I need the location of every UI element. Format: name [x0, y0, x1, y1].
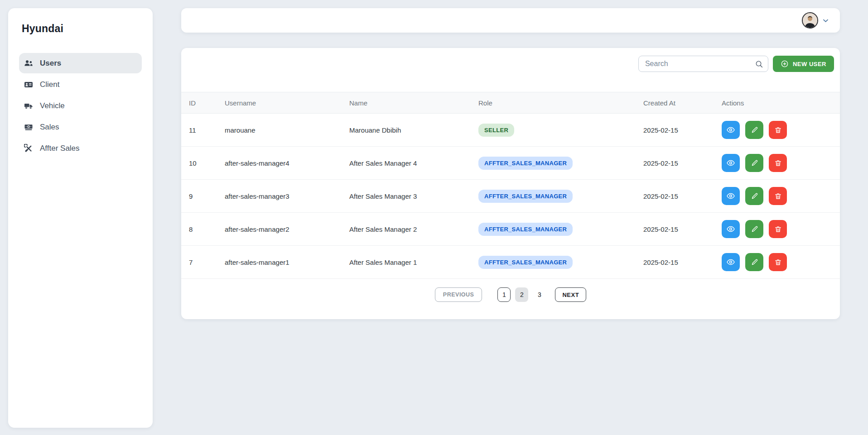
pencil-icon: [750, 159, 759, 167]
cell-role: SELLER: [478, 114, 643, 147]
role-badge: SELLER: [478, 124, 514, 137]
edit-button[interactable]: [745, 220, 763, 238]
chevron-down-icon: [822, 17, 829, 24]
cell-role: AFFTER_SALES_MANAGER: [478, 213, 643, 246]
table-body: 11 marouane Marouane Dbibih SELLER 2025-…: [181, 114, 840, 279]
table-row: 8 after-sales-manager2 After Sales Manag…: [181, 213, 840, 246]
cell-id: 8: [181, 213, 225, 246]
cell-actions: [722, 114, 840, 147]
column-header-actions: Actions: [722, 92, 840, 114]
delete-button[interactable]: [769, 187, 787, 205]
table-toolbar: NEW USER: [181, 48, 840, 72]
cell-name: After Sales Manager 1: [349, 246, 478, 279]
cell-username: after-sales-manager2: [225, 213, 349, 246]
new-user-button[interactable]: NEW USER: [773, 56, 834, 72]
view-button[interactable]: [722, 187, 740, 205]
cash-icon: [24, 123, 33, 132]
column-header-username: Username: [225, 92, 349, 114]
table-row: 11 marouane Marouane Dbibih SELLER 2025-…: [181, 114, 840, 147]
delete-button[interactable]: [769, 121, 787, 139]
cell-name: After Sales Manager 4: [349, 147, 478, 180]
cell-username: marouane: [225, 114, 349, 147]
column-header-role: Role: [478, 92, 643, 114]
column-header-created-at: Created At: [643, 92, 722, 114]
tools-icon: [24, 144, 33, 153]
sidebar-item-sales[interactable]: Sales: [19, 117, 142, 137]
cell-id: 11: [181, 114, 225, 147]
cell-name: After Sales Manager 2: [349, 213, 478, 246]
view-button[interactable]: [722, 121, 740, 139]
search-box: [638, 56, 768, 72]
sidebar-item-client[interactable]: Client: [19, 74, 142, 95]
delete-button[interactable]: [769, 220, 787, 238]
brand-title: Hyundai: [19, 23, 142, 35]
role-badge: AFFTER_SALES_MANAGER: [478, 190, 573, 203]
sidebar: Hyundai Users Client: [8, 8, 153, 428]
sidebar-item-label: Sales: [40, 123, 59, 132]
sidebar-item-label: Vehicle: [40, 101, 65, 110]
cell-id: 10: [181, 147, 225, 180]
delete-button[interactable]: [769, 154, 787, 172]
cell-role: AFFTER_SALES_MANAGER: [478, 180, 643, 213]
sidebar-item-vehicle[interactable]: Vehicle: [19, 96, 142, 116]
cell-actions: [722, 213, 840, 246]
sidebar-item-label: Affter Sales: [40, 144, 80, 153]
search-input[interactable]: [638, 56, 768, 72]
trash-icon: [774, 225, 782, 234]
role-badge: AFFTER_SALES_MANAGER: [478, 223, 573, 236]
pagination-next-button[interactable]: NEXT: [555, 287, 586, 302]
users-panel: NEW USER ID Username Name Role Created A…: [181, 48, 840, 319]
cell-created-at: 2025-02-15: [643, 180, 722, 213]
trash-icon: [774, 258, 782, 267]
cell-id: 9: [181, 180, 225, 213]
cell-username: after-sales-manager1: [225, 246, 349, 279]
pencil-icon: [750, 225, 759, 234]
pagination-page-1[interactable]: 1: [497, 287, 511, 302]
pencil-icon: [750, 258, 759, 267]
eye-icon: [726, 258, 735, 267]
plus-circle-icon: [781, 60, 789, 68]
edit-button[interactable]: [745, 253, 763, 271]
table-row: 7 after-sales-manager1 After Sales Manag…: [181, 246, 840, 279]
pencil-icon: [750, 126, 759, 134]
cell-created-at: 2025-02-15: [643, 213, 722, 246]
delete-button[interactable]: [769, 253, 787, 271]
cell-actions: [722, 147, 840, 180]
truck-icon: [24, 101, 33, 110]
cell-role: AFFTER_SALES_MANAGER: [478, 147, 643, 180]
users-table: ID Username Name Role Created At Actions…: [181, 92, 840, 279]
cell-name: Marouane Dbibih: [349, 114, 478, 147]
sidebar-item-after-sales[interactable]: Affter Sales: [19, 138, 142, 158]
view-button[interactable]: [722, 220, 740, 238]
edit-button[interactable]: [745, 121, 763, 139]
pagination-previous-button[interactable]: PREVIOUS: [435, 287, 482, 302]
cell-actions: [722, 246, 840, 279]
sidebar-item-users[interactable]: Users: [19, 53, 142, 73]
role-badge: AFFTER_SALES_MANAGER: [478, 256, 573, 269]
cell-created-at: 2025-02-15: [643, 147, 722, 180]
view-button[interactable]: [722, 154, 740, 172]
sidebar-item-label: Client: [40, 80, 59, 89]
pagination-page-3[interactable]: 3: [533, 287, 546, 302]
cell-name: After Sales Manager 3: [349, 180, 478, 213]
view-button[interactable]: [722, 253, 740, 271]
trash-icon: [774, 192, 782, 201]
column-header-name: Name: [349, 92, 478, 114]
edit-button[interactable]: [745, 187, 763, 205]
sidebar-menu: Users Client Vehicle: [19, 53, 142, 158]
table-row: 10 after-sales-manager4 After Sales Mana…: [181, 147, 840, 180]
cell-username: after-sales-manager4: [225, 147, 349, 180]
cell-id: 7: [181, 246, 225, 279]
table-row: 9 after-sales-manager3 After Sales Manag…: [181, 180, 840, 213]
trash-icon: [774, 126, 782, 134]
column-header-id: ID: [181, 92, 225, 114]
eye-icon: [726, 158, 735, 167]
pagination-page-2[interactable]: 2: [515, 287, 528, 302]
pagination: PREVIOUS 1 2 3 NEXT: [181, 287, 840, 302]
cell-username: after-sales-manager3: [225, 180, 349, 213]
trash-icon: [774, 159, 782, 167]
eye-icon: [726, 225, 735, 234]
edit-button[interactable]: [745, 154, 763, 172]
users-icon: [24, 59, 33, 68]
user-menu[interactable]: [802, 12, 829, 29]
